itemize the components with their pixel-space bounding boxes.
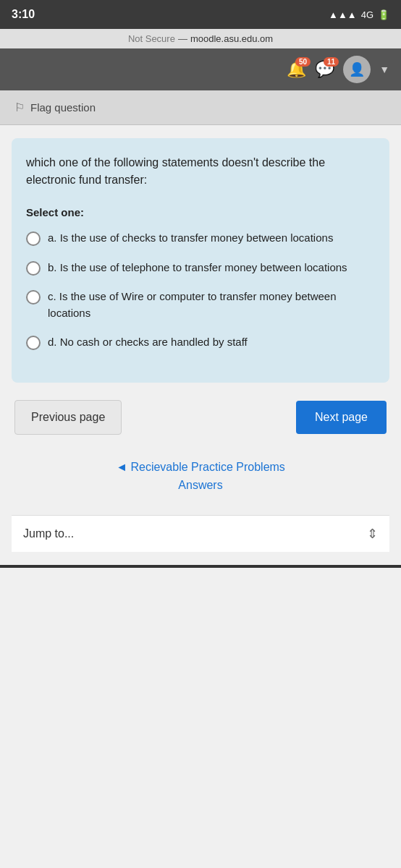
avatar[interactable]: 👤 (343, 56, 371, 83)
option-b-text: b. Is the use of telephone to transfer m… (48, 260, 347, 276)
notification-count: 50 (295, 57, 311, 67)
back-link-text2: Answers (178, 479, 222, 491)
content-area: which one of the following statements do… (0, 125, 401, 565)
avatar-icon: 👤 (349, 61, 365, 77)
separator: — (178, 33, 187, 44)
radio-a[interactable] (26, 231, 41, 246)
option-c[interactable]: c. Is the use of Wire or computer to tra… (26, 289, 375, 321)
signal-icon: ▲▲▲ (329, 9, 357, 20)
status-time: 3:10 (12, 8, 35, 21)
option-d-text: d. No cash or checks are handled by staf… (48, 334, 248, 351)
back-link-section: ◄ Recievable Practice Problems Answers (12, 458, 389, 495)
flag-question-bar[interactable]: ⚐ Flag question (0, 90, 401, 125)
flag-label: Flag question (30, 101, 96, 114)
network-label: 4G (361, 9, 373, 20)
battery-icon: 🔋 (378, 9, 389, 20)
notification-bell[interactable]: 🔔 50 (287, 60, 306, 79)
top-bar: 🔔 50 💬 11 👤 ▼ (0, 48, 401, 90)
security-label: Not Secure (128, 33, 175, 44)
select-label: Select one: (26, 206, 375, 218)
navigation-buttons: Previous page Next page (12, 400, 389, 435)
chevron-down-icon: ▼ (379, 64, 389, 75)
back-link-text: Recievable Practice Problems (130, 461, 284, 473)
next-page-button[interactable]: Next page (296, 401, 387, 434)
status-icons: ▲▲▲ 4G 🔋 (329, 9, 389, 20)
radio-b[interactable] (26, 261, 41, 276)
jump-to-label: Jump to... (23, 527, 74, 540)
chat-bubble[interactable]: 💬 11 (315, 60, 334, 79)
option-a[interactable]: a. Is the use of checks to transfer mone… (26, 230, 375, 247)
option-a-text: a. Is the use of checks to transfer mone… (48, 230, 333, 247)
radio-d[interactable] (26, 336, 41, 350)
jump-to-section[interactable]: Jump to... ⇕ (12, 515, 389, 552)
option-c-text: c. Is the use of Wire or computer to tra… (48, 289, 375, 321)
question-card: which one of the following statements do… (12, 138, 389, 383)
previous-page-button[interactable]: Previous page (14, 400, 122, 435)
option-d[interactable]: d. No cash or checks are handled by staf… (26, 334, 375, 351)
chat-count: 11 (324, 57, 339, 67)
jump-to-arrow-icon: ⇕ (367, 526, 378, 542)
question-text: which one of the following statements do… (26, 154, 375, 189)
bottom-bar (0, 565, 401, 568)
radio-c[interactable] (26, 290, 41, 305)
address-bar: Not Secure — moodle.asu.edu.om (0, 29, 401, 48)
flag-icon: ⚐ (14, 101, 25, 114)
back-link[interactable]: ◄ Recievable Practice Problems Answers (116, 461, 285, 492)
back-arrow-icon: ◄ (116, 461, 127, 473)
status-bar: 3:10 ▲▲▲ 4G 🔋 (0, 0, 401, 29)
url-text: moodle.asu.edu.om (190, 33, 273, 44)
option-b[interactable]: b. Is the use of telephone to transfer m… (26, 260, 375, 276)
